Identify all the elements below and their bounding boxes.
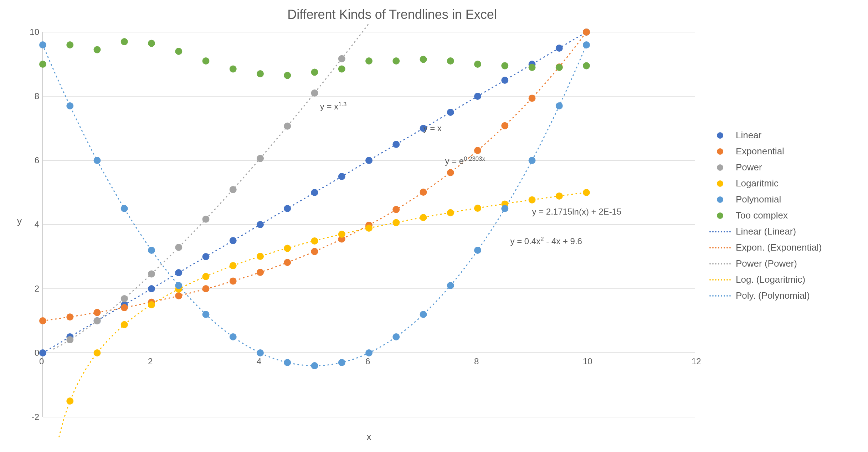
svg-point-30 xyxy=(39,317,46,324)
legend-item: Exponential xyxy=(709,146,863,157)
svg-point-40 xyxy=(311,248,318,255)
svg-point-13 xyxy=(148,285,155,292)
legend-label: Linear (Linear) xyxy=(736,226,796,237)
svg-point-96 xyxy=(420,311,427,318)
svg-point-108 xyxy=(175,48,182,55)
svg-point-20 xyxy=(338,173,345,180)
x-tick-label: 0 xyxy=(39,356,44,366)
svg-point-24 xyxy=(447,109,454,116)
svg-point-67 xyxy=(202,273,210,280)
legend-item: Logaritmic xyxy=(709,178,863,189)
svg-point-36 xyxy=(202,285,210,292)
svg-point-117 xyxy=(420,56,427,63)
svg-point-123 xyxy=(583,62,590,70)
svg-point-100 xyxy=(529,157,536,164)
svg-point-75 xyxy=(420,214,427,221)
chart-title: Different Kinds of Trendlines in Excel xyxy=(0,7,784,22)
svg-point-46 xyxy=(474,147,481,154)
legend-item: Power (Power) xyxy=(709,258,863,269)
svg-point-15 xyxy=(202,253,210,260)
legend-item: Expon. (Exponential) xyxy=(709,242,863,253)
svg-point-86 xyxy=(148,247,155,254)
svg-point-50 xyxy=(583,29,590,36)
svg-point-21 xyxy=(365,157,373,164)
svg-point-93 xyxy=(338,359,345,366)
svg-point-110 xyxy=(230,66,237,73)
x-tick-label: 4 xyxy=(257,356,261,366)
legend-item: Linear xyxy=(709,130,863,141)
svg-point-94 xyxy=(365,349,373,356)
svg-point-69 xyxy=(257,253,264,260)
svg-point-90 xyxy=(257,349,264,356)
legend-dot-icon xyxy=(709,195,731,204)
y-tick-label: 8 xyxy=(21,91,39,101)
legend-label: Power (Power) xyxy=(736,258,797,269)
legend-label: Exponential xyxy=(736,146,784,157)
svg-point-109 xyxy=(202,57,210,65)
svg-point-118 xyxy=(447,57,454,65)
svg-point-74 xyxy=(392,219,400,226)
svg-point-56 xyxy=(202,216,210,223)
svg-point-88 xyxy=(202,311,210,318)
x-tick-label: 6 xyxy=(365,356,370,366)
legend-label: Poly. (Polynomial) xyxy=(736,290,810,301)
svg-point-65 xyxy=(148,301,155,308)
y-tick-label: -2 xyxy=(21,412,39,422)
legend-line-icon xyxy=(709,227,731,236)
svg-point-44 xyxy=(420,189,427,196)
svg-point-53 xyxy=(121,295,128,302)
x-tick-label: 12 xyxy=(692,356,701,366)
legend-label: Linear xyxy=(736,130,761,141)
legend-dot-icon xyxy=(709,179,731,188)
svg-point-72 xyxy=(338,231,345,238)
y-tick-label: 10 xyxy=(21,27,39,37)
equation-annotation: y = x xyxy=(423,123,442,133)
svg-point-31 xyxy=(66,313,73,320)
legend-label: Polynomial xyxy=(736,194,781,205)
svg-point-19 xyxy=(311,189,318,196)
svg-point-85 xyxy=(121,205,128,212)
legend-item: Log. (Logaritmic) xyxy=(709,274,863,285)
equation-annotation: y = 2.1715ln(x) + 2E-15 xyxy=(532,207,622,217)
svg-point-18 xyxy=(284,205,291,212)
legend-item: Poly. (Polynomial) xyxy=(709,290,863,301)
svg-point-25 xyxy=(474,93,481,100)
svg-point-57 xyxy=(230,186,237,193)
svg-point-77 xyxy=(474,205,481,212)
x-tick-label: 2 xyxy=(148,356,153,366)
svg-point-17 xyxy=(257,221,264,228)
svg-point-37 xyxy=(230,277,237,284)
svg-point-116 xyxy=(392,57,400,65)
legend-dot-icon xyxy=(709,147,731,156)
svg-point-82 xyxy=(39,41,46,48)
svg-point-68 xyxy=(230,262,237,269)
svg-point-35 xyxy=(175,292,182,299)
equation-annotation: y = x1.3 xyxy=(320,101,347,112)
svg-point-102 xyxy=(583,41,590,48)
legend-dot-icon xyxy=(709,211,731,220)
legend-dot-icon xyxy=(709,163,731,172)
y-tick-label: 4 xyxy=(21,220,39,230)
svg-point-22 xyxy=(392,141,400,148)
svg-point-28 xyxy=(556,45,563,52)
equation-annotation: y = 0.4x2 - 4x + 9.6 xyxy=(510,236,582,246)
legend-line-icon xyxy=(709,276,731,284)
svg-point-79 xyxy=(529,196,536,204)
svg-point-60 xyxy=(311,89,318,97)
x-tick-label: 8 xyxy=(474,356,479,366)
svg-point-107 xyxy=(148,40,155,47)
y-tick-label: 6 xyxy=(21,155,39,165)
legend-item: Power xyxy=(709,162,863,173)
svg-point-98 xyxy=(474,247,481,254)
svg-point-120 xyxy=(501,62,508,70)
svg-point-52 xyxy=(94,317,101,324)
svg-point-39 xyxy=(284,259,291,266)
svg-point-62 xyxy=(66,397,73,405)
legend-dot-icon xyxy=(709,131,731,140)
svg-point-47 xyxy=(501,122,508,129)
svg-point-33 xyxy=(121,304,128,311)
svg-point-58 xyxy=(257,155,264,162)
svg-point-81 xyxy=(583,189,590,196)
svg-point-89 xyxy=(230,333,237,340)
svg-point-73 xyxy=(365,225,373,232)
